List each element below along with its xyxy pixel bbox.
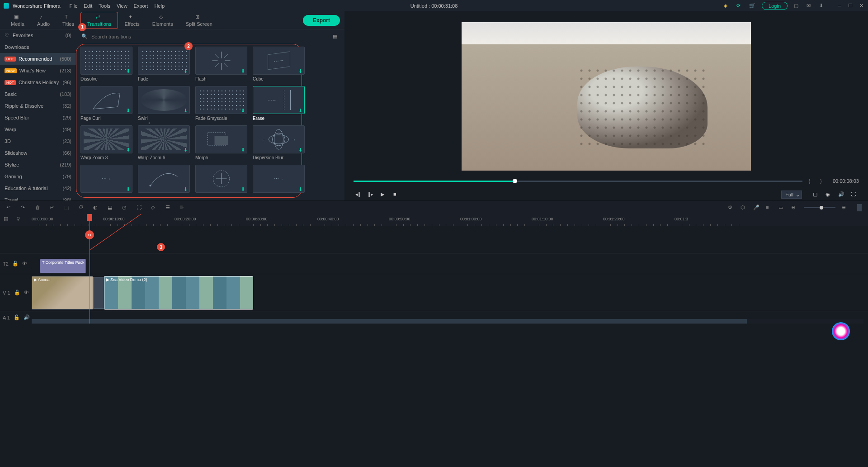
grid-view-icon[interactable]: ▦ — [333, 33, 339, 40]
next-frame-icon[interactable]: ∥▸ — [368, 191, 374, 198]
sidebar-item-gaming[interactable]: Gaming(79) — [0, 171, 76, 182]
display-icon[interactable]: ▢ — [813, 191, 819, 198]
download-icon[interactable]: ⬇ — [241, 147, 245, 152]
download-icon[interactable]: ⬇ — [126, 108, 131, 112]
download-icon[interactable]: ⬇ — [241, 108, 245, 112]
zoom-out-icon[interactable]: ⊖ — [791, 205, 797, 211]
tab-transitions[interactable]: ⇄Transitions 1 — [80, 12, 118, 29]
download-icon[interactable]: ⬇ — [241, 68, 245, 73]
title-clip[interactable]: TCorporate Titles Pack — [40, 259, 86, 273]
snapshot-icon[interactable]: ◉ — [826, 191, 832, 198]
transition-fade-grayscale[interactable]: ⬇Fade Grayscale — [195, 86, 247, 121]
sidebar-item-education-tutorial[interactable]: Education & tutorial(42) — [0, 182, 76, 194]
tab-media[interactable]: ▣Media — [5, 12, 31, 29]
delete-icon[interactable]: 🗑 — [35, 205, 42, 211]
zoom-slider[interactable] — [804, 207, 835, 208]
transition-arrow[interactable]: ⋯→⬇ — [80, 165, 132, 195]
minimize-icon[interactable]: ─ — [836, 3, 843, 9]
zoom-in-icon[interactable]: ⊕ — [842, 205, 848, 211]
stop-icon[interactable]: ■ — [393, 191, 400, 198]
transition-erase[interactable]: ⋯→⬇Erase — [253, 86, 305, 121]
sidebar-collapse-icon[interactable]: ‹ — [148, 120, 150, 125]
speed-icon[interactable]: ⏱ — [79, 205, 85, 211]
transition-cube[interactable]: ⋯→⬇Cube — [253, 47, 305, 81]
download-icon[interactable]: ⬇ — [298, 186, 303, 191]
transition-page-curl[interactable]: ⬇Page Curl — [80, 86, 132, 121]
marker-icon[interactable]: ⬡ — [741, 205, 747, 211]
sidebar-item-ripple-dissolve[interactable]: Ripple & Dissolve(32) — [0, 100, 76, 112]
refresh-icon[interactable]: ⟳ — [736, 3, 743, 9]
magnet-icon[interactable]: ⚲ — [16, 216, 23, 222]
sidebar-item-stylize[interactable]: Stylize(219) — [0, 159, 76, 171]
menu-edit[interactable]: Edit — [84, 3, 92, 9]
download-icon[interactable]: ⬇ — [298, 68, 303, 73]
sidebar-item-basic[interactable]: Basic(183) — [0, 88, 76, 100]
notification-icon[interactable]: ✉ — [807, 3, 813, 9]
expand-icon[interactable]: ⛶ — [137, 205, 143, 211]
sidebar-item-slideshow[interactable]: Slideshow(66) — [0, 147, 76, 159]
tab-effects[interactable]: ✦Effects — [118, 12, 146, 29]
audio-icon[interactable]: ⊪ — [180, 205, 186, 211]
sidebar-item-warp[interactable]: Warp(49) — [0, 124, 76, 135]
crop-icon[interactable]: ⬚ — [64, 205, 71, 211]
transition-curve[interactable]: ⬇ — [138, 165, 190, 195]
split-icon[interactable]: ✂ — [50, 205, 56, 211]
tab-audio[interactable]: ♪Audio — [31, 12, 56, 29]
duration-icon[interactable]: ◷ — [122, 205, 128, 211]
download-icon[interactable]: ⬇ — [126, 147, 131, 152]
download-icon[interactable]: ⬇ — [241, 186, 245, 191]
sidebar-item-christmas-holiday[interactable]: HOTChristmas Holiday(96) — [0, 76, 76, 88]
menu-file[interactable]: File — [70, 3, 78, 9]
mark-out-icon[interactable]: } — [820, 178, 822, 184]
transition-flash[interactable]: ⬇Flash — [195, 47, 247, 81]
keyframe-icon[interactable]: ◇ — [151, 205, 157, 211]
transition-target[interactable]: ⬇ — [195, 165, 247, 195]
settings-icon[interactable]: ⚙ — [728, 205, 734, 211]
login-button[interactable]: Login — [762, 2, 788, 10]
menu-help[interactable]: Help — [154, 3, 165, 9]
ruler[interactable]: 00:00:00:0000:00:10:0000:00:20:0000:00:3… — [32, 214, 868, 226]
transition-arrow[interactable]: ⋯→⬇ — [253, 165, 305, 195]
color-icon[interactable]: ◐ — [93, 205, 99, 211]
quality-select[interactable]: Full ⌄ — [781, 191, 802, 199]
transition-warp-zoom-3[interactable]: ⬇Warp Zoom 3 — [80, 125, 132, 160]
visibility-icon[interactable]: 👁 — [22, 261, 28, 267]
adjust-icon[interactable]: ☰ — [165, 205, 172, 211]
wondershare-badge-icon[interactable] — [832, 322, 850, 340]
cart-icon[interactable]: 🛒 — [749, 3, 755, 9]
menu-export[interactable]: Export — [134, 3, 148, 9]
voiceover-icon[interactable]: 🎤 — [753, 205, 760, 211]
search-input[interactable] — [91, 34, 329, 39]
menu-view[interactable]: View — [117, 3, 127, 9]
save-icon[interactable]: ▢ — [794, 3, 800, 9]
lock-icon[interactable]: 🔓 — [12, 261, 19, 267]
tips-icon[interactable]: ◈ — [724, 3, 730, 9]
split-handle-icon[interactable]: ✂ — [85, 230, 94, 239]
tab-elements[interactable]: ◇Elements — [146, 12, 179, 29]
download-icon[interactable]: ⬇ — [126, 68, 131, 73]
download-icon[interactable]: ⬇ — [298, 108, 303, 112]
timeline-scrollbar[interactable] — [32, 319, 863, 324]
sidebar-item-speed-blur[interactable]: Speed Blur(29) — [0, 112, 76, 124]
menu-tools[interactable]: Tools — [99, 3, 110, 9]
transition-morph[interactable]: ⬇Morph — [195, 125, 247, 160]
maximize-icon[interactable]: ☐ — [847, 3, 854, 9]
volume-icon[interactable]: 🔊 — [838, 191, 844, 198]
undo-icon[interactable]: ↶ — [6, 205, 13, 211]
video-clip-2[interactable]: ▶Sea Video Demo (2) — [104, 276, 253, 310]
render-icon[interactable]: ▭ — [778, 205, 785, 211]
lock-icon[interactable]: 🔓 — [14, 315, 20, 321]
track-manager-icon[interactable]: ▤ — [4, 216, 10, 222]
playhead[interactable]: ✂ — [90, 214, 90, 324]
transition-fade[interactable]: ⬇Fade — [138, 47, 190, 81]
sidebar-item-recommended[interactable]: HOTRecommended(500) — [0, 53, 76, 65]
redo-icon[interactable]: ↷ — [21, 205, 27, 211]
prev-frame-icon[interactable]: ◂∥ — [355, 191, 362, 198]
preview-viewport[interactable] — [462, 22, 751, 171]
sidebar-item-travel[interactable]: Travel(98) — [0, 194, 76, 200]
transition-swirl[interactable]: ⬇Swirl — [138, 86, 190, 121]
fullscreen-icon[interactable]: ⛶ — [851, 191, 857, 198]
download-icon[interactable]: ⬇ — [184, 147, 188, 152]
download-icon[interactable]: ⬇ — [298, 147, 303, 152]
export-button[interactable]: Export — [303, 15, 340, 26]
